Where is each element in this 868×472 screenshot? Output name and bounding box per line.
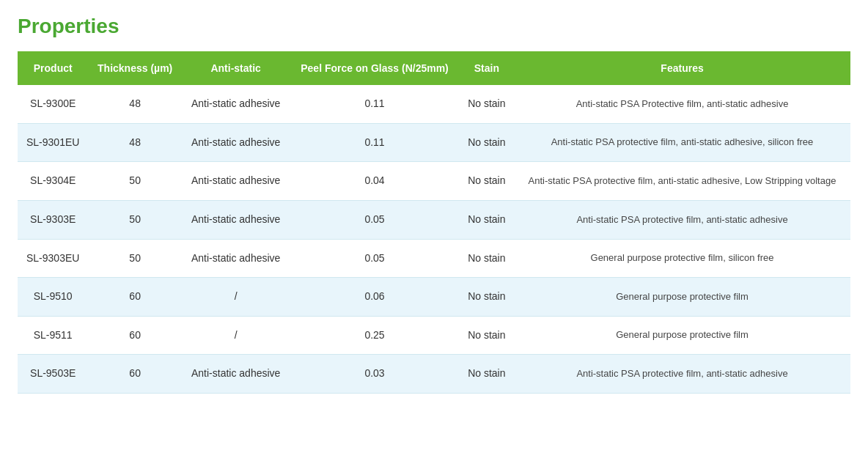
cell-product: SL-9503E [18,355,88,394]
cell-features: General purpose protective film [514,316,850,355]
table-row: SL-951060/0.06No stainGeneral purpose pr… [18,278,850,317]
cell-peelforce: 0.06 [290,278,459,317]
cell-stain: No stain [460,355,514,394]
table-row: SL-9300E48Anti-static adhesive0.11No sta… [18,85,850,123]
col-header-product: Product [18,51,88,85]
cell-thickness: 48 [88,85,182,123]
properties-table: Product Thickness (µm) Anti-static Peel … [18,51,850,394]
cell-antistatic: / [182,278,290,317]
table-row: SL-9301EU48Anti-static adhesive0.11No st… [18,123,850,162]
cell-peelforce: 0.04 [290,162,459,201]
cell-stain: No stain [460,278,514,317]
cell-peelforce: 0.05 [290,200,459,239]
cell-thickness: 50 [88,239,182,278]
cell-stain: No stain [460,85,514,123]
cell-antistatic: Anti-static adhesive [182,123,290,162]
cell-features: Anti-static PSA protective film, anti-st… [514,355,850,394]
cell-product: SL-9510 [18,278,88,317]
cell-antistatic: Anti-static adhesive [182,85,290,123]
col-header-features: Features [514,51,850,85]
col-header-stain: Stain [460,51,514,85]
cell-features: Anti-static PSA Protective film, anti-st… [514,85,850,123]
cell-antistatic: Anti-static adhesive [182,200,290,239]
cell-peelforce: 0.05 [290,239,459,278]
cell-peelforce: 0.03 [290,355,459,394]
col-header-thickness: Thickness (µm) [88,51,182,85]
cell-thickness: 50 [88,162,182,201]
cell-features: Anti-static PSA protective film, anti-st… [514,162,850,201]
cell-product: SL-9303E [18,200,88,239]
cell-antistatic: / [182,316,290,355]
cell-product: SL-9301EU [18,123,88,162]
table-header-row: Product Thickness (µm) Anti-static Peel … [18,51,850,85]
cell-stain: No stain [460,123,514,162]
table-row: SL-9303EU50Anti-static adhesive0.05No st… [18,239,850,278]
cell-features: General purpose protective film [514,278,850,317]
cell-product: SL-9300E [18,85,88,123]
table-row: SL-9303E50Anti-static adhesive0.05No sta… [18,200,850,239]
cell-thickness: 60 [88,316,182,355]
cell-thickness: 48 [88,123,182,162]
cell-thickness: 60 [88,355,182,394]
cell-features: Anti-static PSA protective film, anti-st… [514,123,850,162]
table-row: SL-9503E60Anti-static adhesive0.03No sta… [18,355,850,394]
cell-antistatic: Anti-static adhesive [182,239,290,278]
cell-stain: No stain [460,316,514,355]
cell-peelforce: 0.25 [290,316,459,355]
col-header-peelforce: Peel Force on Glass (N/25mm) [290,51,459,85]
cell-features: General purpose protective film, silicon… [514,239,850,278]
cell-thickness: 60 [88,278,182,317]
cell-stain: No stain [460,200,514,239]
cell-product: SL-9511 [18,316,88,355]
cell-features: Anti-static PSA protective film, anti-st… [514,200,850,239]
col-header-antistatic: Anti-static [182,51,290,85]
cell-stain: No stain [460,162,514,201]
cell-product: SL-9303EU [18,239,88,278]
cell-peelforce: 0.11 [290,85,459,123]
cell-peelforce: 0.11 [290,123,459,162]
cell-thickness: 50 [88,200,182,239]
table-row: SL-951160/0.25No stainGeneral purpose pr… [18,316,850,355]
table-row: SL-9304E50Anti-static adhesive0.04No sta… [18,162,850,201]
cell-antistatic: Anti-static adhesive [182,355,290,394]
cell-product: SL-9304E [18,162,88,201]
page-title: Properties [18,15,850,38]
cell-antistatic: Anti-static adhesive [182,162,290,201]
cell-stain: No stain [460,239,514,278]
